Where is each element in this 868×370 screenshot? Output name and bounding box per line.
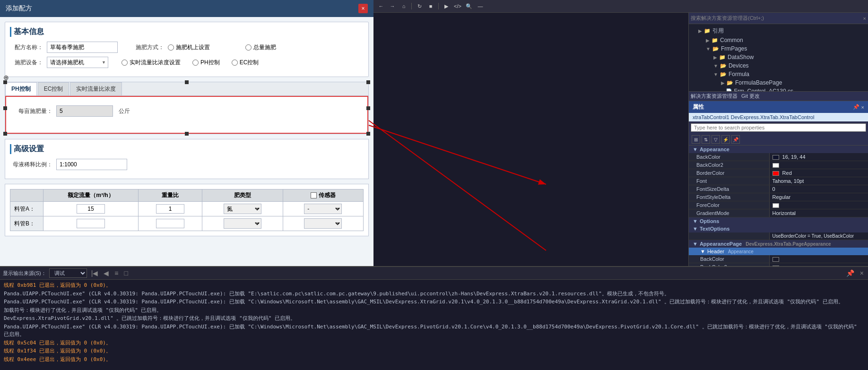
tab-bar: PH控制 EC控制 实时流量比浓度 — [5, 82, 368, 96]
radio-ec[interactable]: EC控制 — [232, 59, 259, 67]
properties-search-input[interactable] — [691, 123, 866, 132]
row-b-type-select[interactable] — [224, 218, 261, 229]
tree-ac130-label: Frm_Control_AC130.cs — [734, 88, 793, 91]
git-tab-label[interactable]: Git 更改 — [741, 93, 760, 100]
tree-item-common[interactable]: ▶ 📁 Common — [691, 36, 866, 44]
resize-handle-tc[interactable] — [185, 80, 189, 84]
expand-frmpages-icon: ▼ — [706, 46, 711, 52]
ide-refresh-btn[interactable]: ↻ — [415, 1, 424, 11]
properties-title: 属性 — [693, 103, 704, 111]
row-a-sensor: - — [283, 202, 363, 216]
tab-realtime[interactable]: 实时流量比浓度 — [70, 82, 122, 95]
prop-header-subcat[interactable]: ▼ Header Appearance — [689, 248, 868, 255]
solution-search-close[interactable]: × — [863, 16, 866, 21]
header-backcolor-swatch — [773, 257, 779, 262]
prop-category-appearance[interactable]: ▼ Appearance — [689, 146, 868, 153]
dilution-input[interactable] — [56, 159, 127, 170]
output-line-1: Panda.UIAPP.PCTouchUI.exe" (CLR v4.0.303… — [4, 290, 864, 298]
solution-search-label: 搜索解决方案资源管理器(Ctrl+;) — [691, 15, 861, 22]
device-select[interactable]: 请选择施肥机 — [47, 57, 108, 68]
resize-handle-mr[interactable] — [366, 106, 370, 110]
tree-item-ac130[interactable]: 📄 Frm_Control_AC130.cs — [691, 87, 866, 91]
row-b-flow-input[interactable] — [77, 219, 105, 228]
solution-tab-label[interactable]: 解决方案资源管理器 — [691, 93, 738, 100]
prop-tool-pin[interactable]: 📌 — [731, 135, 740, 144]
resize-handle-br[interactable] — [366, 132, 370, 136]
device-select-wrapper: 请选择施肥机 — [47, 57, 108, 68]
resize-handle-bc[interactable] — [185, 132, 189, 136]
expand-common-icon: ▶ — [706, 38, 710, 43]
ide-back-btn[interactable]: ← — [376, 1, 386, 11]
folder-frmpages-icon: 📂 — [712, 46, 719, 52]
prop-row-bordercolor: BorderColor Red — [689, 169, 868, 177]
prop-category-textoptions[interactable]: ▼ TextOptions — [689, 225, 868, 232]
expand-formulabase-icon: ▶ — [721, 80, 725, 86]
tree-formula-label: Formula — [729, 71, 749, 77]
radio-total[interactable]: 总量施肥 — [245, 43, 276, 52]
prop-row-header-backcolor2: BackColor2 — [689, 263, 868, 266]
radio-ph[interactable]: PH控制 — [192, 59, 220, 67]
row-a-sensor-select[interactable]: - — [304, 204, 342, 214]
table-header-sensor: 传感器 — [283, 189, 363, 202]
formula-name-input[interactable] — [47, 42, 118, 53]
row-a-weight-input[interactable] — [156, 204, 184, 214]
output-close-btn[interactable]: × — [859, 269, 865, 277]
properties-pin-btn[interactable]: 📌 — [853, 103, 859, 111]
tree-item-formula[interactable]: ▼ 📂 Formula — [691, 70, 866, 78]
prop-font-name: Font — [689, 177, 770, 185]
ide-more-btn[interactable]: — — [476, 1, 485, 11]
resize-handle-tl[interactable] — [3, 80, 7, 84]
ide-stop-btn[interactable]: ■ — [426, 1, 435, 11]
resize-handle-bl[interactable] — [3, 132, 7, 136]
ide-code-btn[interactable]: </> — [453, 1, 462, 11]
ide-debug-btn[interactable]: ▶ — [442, 1, 451, 11]
row-b-sensor — [283, 216, 363, 231]
sensor-checkbox[interactable] — [311, 192, 317, 198]
prop-font-value: Tahoma, 10pt — [770, 177, 868, 185]
prop-tool-grid[interactable]: ⊞ — [692, 135, 700, 144]
ide-home-btn[interactable]: ⌂ — [399, 1, 408, 11]
output-btn-2[interactable]: ◀ — [102, 269, 110, 277]
row-a-flow-input[interactable] — [77, 204, 105, 214]
row-b-sensor-select[interactable] — [304, 218, 342, 229]
tree-item-frmpages[interactable]: ▼ 📂 FrmPages — [691, 44, 866, 53]
output-pin-btn[interactable]: 📌 — [845, 269, 856, 277]
output-btn-4[interactable]: □ — [122, 269, 129, 277]
prop-category-options[interactable]: ▼ Options — [689, 217, 868, 225]
resize-handle-tr[interactable] — [366, 80, 370, 84]
tree-common-label: Common — [720, 37, 743, 43]
radio-machine[interactable]: 施肥机上设置 — [168, 43, 210, 52]
output-btn-1[interactable]: |◀ — [90, 269, 100, 277]
prop-tool-sort[interactable]: ⇅ — [702, 135, 710, 144]
ide-forward-btn[interactable]: → — [388, 1, 397, 11]
fertilize-table: 额定流量（m³/h） 重量比 肥类型 传感器 — [10, 189, 364, 231]
row-a-weight — [138, 202, 202, 216]
fertilize-amount-input[interactable] — [56, 105, 113, 117]
expand-formula-icon: ▼ — [713, 72, 718, 77]
prop-tool-filter[interactable]: ▽ — [712, 135, 720, 144]
radio-realtime[interactable]: 实时流量比浓度设置 — [122, 59, 181, 67]
expand-ref-icon: ▶ — [698, 28, 702, 34]
tab-ph[interactable]: PH控制 — [5, 82, 37, 95]
radio-total-label: 总量施肥 — [253, 43, 276, 52]
resize-handle-ml[interactable] — [3, 106, 7, 110]
tree-item-datashow[interactable]: ▶ 📁 DataShow — [691, 53, 866, 61]
fertilize-method-label: 施肥方式： — [131, 43, 164, 52]
tree-item-formulabasepage[interactable]: ▶ 📂 FormulaBasePage — [691, 78, 866, 87]
tab-ec[interactable]: EC控制 — [38, 82, 69, 95]
output-btn-3[interactable]: ≡ — [113, 269, 120, 277]
row-b-weight-input[interactable] — [156, 219, 184, 228]
dialog-close-button[interactable]: × — [358, 4, 368, 13]
prop-backcolor2-name: BackColor2 — [689, 161, 770, 169]
prop-category-appearancepage[interactable]: ▼ AppearancePage DevExpress.XtraTab.Page… — [689, 240, 868, 248]
dialog-title: 添加配方 — [6, 4, 32, 13]
row-a-type-select[interactable]: 氮 — [224, 204, 261, 214]
ide-search-btn[interactable]: 🔍 — [464, 1, 474, 11]
header-backcolor2-swatch — [773, 266, 779, 266]
output-source-select[interactable]: 调试 — [49, 268, 87, 278]
tree-item-devices[interactable]: ▼ 📂 Devices — [691, 61, 866, 70]
formula-name-row: 配方名称： 施肥方式： 施肥机上设置 总量施肥 — [10, 42, 364, 53]
properties-close-btn[interactable]: × — [861, 103, 864, 111]
tree-item-ref[interactable]: ▶ 📁 引用 — [691, 26, 866, 36]
prop-tool-event[interactable]: ⚡ — [721, 135, 730, 144]
